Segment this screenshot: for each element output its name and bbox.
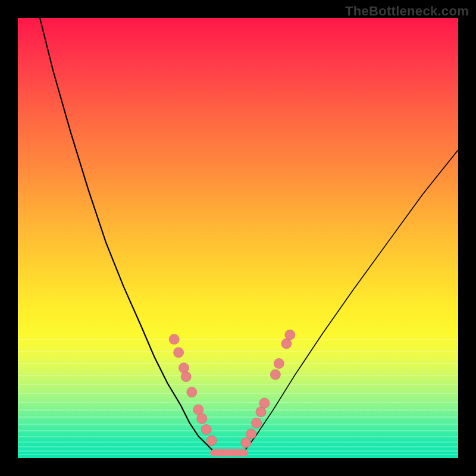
marker-dot (169, 334, 179, 345)
marker-dot (193, 405, 203, 415)
plot-area (18, 18, 458, 458)
marker-dot (256, 407, 266, 417)
marker-dot (252, 418, 262, 428)
marker-dot (270, 369, 280, 380)
chart-frame: TheBottleneck.com (0, 0, 476, 476)
marker-dot (274, 358, 284, 368)
marker-dot (241, 438, 251, 448)
marker-dot (201, 424, 211, 434)
marker-dot (178, 363, 189, 373)
marker-dot (181, 372, 191, 382)
curve-left (40, 18, 242, 455)
watermark-text: TheBottleneck.com (345, 4, 469, 19)
marker-dot (281, 339, 292, 349)
marker-dot (174, 347, 184, 358)
curve-group (40, 18, 458, 455)
marker-dot (259, 398, 270, 408)
marker-dot (206, 436, 217, 446)
marker-dot (187, 387, 197, 397)
chart-svg (18, 18, 458, 458)
curve-right (242, 150, 458, 454)
marker-dot (285, 330, 295, 340)
marker-dot (246, 429, 256, 439)
markers-right-group (241, 330, 295, 447)
marker-dot (197, 414, 207, 424)
